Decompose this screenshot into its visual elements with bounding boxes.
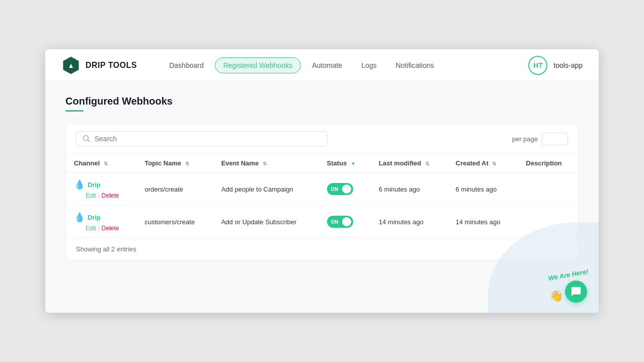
nav-notifications[interactable]: Notifications [387,58,442,73]
chat-icon [571,286,582,297]
cell-created-1: 6 minutes ago [448,173,518,206]
title-underline [65,110,84,112]
col-status[interactable]: Status ▼ [319,154,371,173]
sort-icon-status: ▼ [351,161,356,166]
navbar: ▲ DRIP TOOLS Dashboard Registered Webhoo… [45,49,599,81]
col-last-modified[interactable]: Last modified ⇅ [371,154,448,173]
delete-link-1[interactable]: Delete [102,192,119,199]
nav-automate[interactable]: Automate [304,58,350,73]
search-icon [83,135,91,143]
col-created-at[interactable]: Created At ⇅ [448,154,518,173]
per-page-wrap: per page 10 [512,133,568,145]
nav-right: HT tools-app [528,56,583,75]
table-row: 💧 Drip Edit | Delete orders/create [66,173,578,206]
nav-dashboard[interactable]: Dashboard [161,58,212,73]
col-topic-name[interactable]: Topic Name ⇅ [136,154,213,173]
logo-icon: ▲ [61,56,80,75]
col-channel[interactable]: Channel ⇅ [66,154,136,173]
sort-icon-topic: ⇅ [185,161,189,166]
action-links-2: Edit | Delete [86,225,128,232]
chat-emoji: 👋 [549,290,563,303]
cell-desc-1 [518,173,578,206]
sort-icon-modified: ⇅ [425,161,429,166]
cell-status-1: ON [319,173,371,206]
table-header: Channel ⇅ Topic Name ⇅ Event Name ⇅ St [66,154,578,173]
page-title: Configured Webhooks [65,96,579,107]
browser-window: ▲ DRIP TOOLS Dashboard Registered Webhoo… [45,49,599,313]
card-top: per page 10 [66,124,578,154]
webhooks-card: per page 10 Channel ⇅ Topic Name ⇅ [65,124,579,260]
drip-icon-2: 💧 [74,212,85,223]
cell-event-1: Add people to Campaign [213,173,319,206]
cell-modified-1: 6 minutes ago [371,173,448,206]
toggle-2[interactable]: ON [327,216,353,228]
nav-registered-webhooks[interactable]: Registered Webhooks [215,57,301,73]
col-description: Description [518,154,578,173]
chat-circle[interactable] [565,281,587,303]
avatar[interactable]: HT [528,56,547,75]
nav-logs[interactable]: Logs [353,58,384,73]
main-content: Configured Webhooks per page 10 [45,81,599,313]
webhooks-table: Channel ⇅ Topic Name ⇅ Event Name ⇅ St [66,154,578,238]
sort-icon-channel: ⇅ [104,161,108,166]
edit-link-2[interactable]: Edit [86,225,96,232]
toggle-knob-2 [342,217,351,226]
toggle-knob-1 [342,185,351,194]
sort-icon-event: ⇅ [263,161,267,166]
svg-text:▲: ▲ [67,61,74,69]
drip-link-1[interactable]: Drip [88,181,101,189]
col-event-name[interactable]: Event Name ⇅ [213,154,319,173]
chat-widget: We Are Here! 👋 [548,271,589,303]
table-body: 💧 Drip Edit | Delete orders/create [66,173,578,238]
cell-event-2: Add or Update Subscriber [213,206,319,238]
logo-area: ▲ DRIP TOOLS [61,56,137,75]
user-name: tools-app [553,61,583,69]
action-links-1: Edit | Delete [86,192,128,199]
cell-topic-1: orders/create [136,173,213,206]
logo-text: DRIP TOOLS [86,61,137,70]
cell-channel-1: 💧 Drip Edit | Delete [66,173,136,206]
drip-link-2[interactable]: Drip [88,214,101,221]
svg-line-3 [88,140,90,142]
chat-icons-row: 👋 [549,281,587,303]
table-row: 💧 Drip Edit | Delete customers/creat [66,206,578,238]
cell-modified-2: 14 minutes ago [371,206,448,238]
nav-links: Dashboard Registered Webhooks Automate L… [161,57,528,73]
sort-icon-created: ⇅ [492,161,496,166]
drip-icon-1: 💧 [74,179,85,190]
cell-created-2: 14 minutes ago [448,206,518,238]
cell-topic-2: customers/create [136,206,213,238]
edit-link-1[interactable]: Edit [86,192,96,199]
search-input[interactable] [95,135,321,143]
search-wrap [76,131,328,146]
cell-status-2: ON [319,206,371,238]
delete-link-2[interactable]: Delete [102,225,119,232]
per-page-label: per page [512,135,538,143]
per-page-input[interactable]: 10 [542,133,568,145]
cell-channel-2: 💧 Drip Edit | Delete [66,206,136,238]
toggle-1[interactable]: ON [327,183,353,195]
